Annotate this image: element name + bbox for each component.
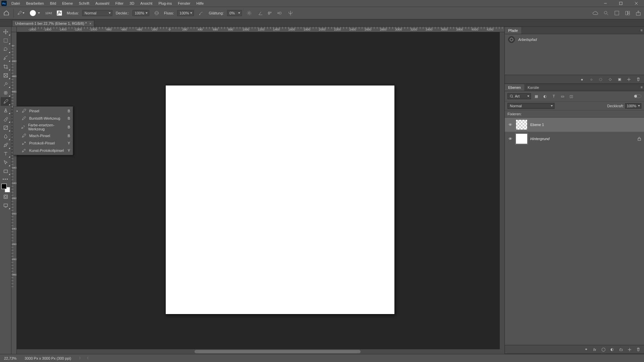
rectangle-tool[interactable] (1, 167, 11, 176)
smoothing-field[interactable]: 0% (227, 10, 242, 16)
menu-filter[interactable]: Filter (113, 1, 126, 6)
layer-name[interactable]: Hintergrund (530, 137, 549, 141)
crop-tool[interactable] (1, 62, 11, 71)
panel-menu-icon[interactable]: ≡ (641, 85, 643, 89)
frame-tool[interactable] (1, 71, 11, 80)
add-mask-icon[interactable]: ▣ (617, 77, 622, 82)
blend-mode-dropdown[interactable]: Normal (82, 10, 112, 16)
brush-preset-picker[interactable] (28, 10, 42, 16)
menu-schrift[interactable]: Schrift (76, 1, 92, 6)
brush-tool[interactable] (1, 97, 11, 106)
vertical-ruler[interactable]: 0200400600800100012001400160018002000220… (11, 32, 17, 354)
window-maximize-button[interactable] (613, 0, 629, 7)
layer-row[interactable]: 👁 Hintergrund (505, 132, 644, 146)
add-mask-icon[interactable]: ◯ (601, 347, 606, 352)
search-icon[interactable] (603, 10, 609, 16)
document-info[interactable]: 3000 Px x 3000 Px (300 ppi) (24, 356, 71, 360)
delete-path-icon[interactable] (636, 77, 641, 82)
layer-blend-mode-dropdown[interactable]: Normal (507, 103, 554, 109)
window-close-button[interactable] (629, 0, 644, 7)
menu-hilfe[interactable]: Hilfe (194, 1, 206, 6)
path-item[interactable]: Arbeitspfad (505, 34, 644, 45)
flyout-item-kunstprotokoll[interactable]: Kunst-Protokollpinsel Y (13, 147, 73, 154)
layer-row[interactable]: 👁 Ebene 1 (505, 118, 644, 132)
pen-tool[interactable] (1, 141, 11, 149)
paths-tab[interactable]: Pfade (505, 27, 521, 34)
new-layer-icon[interactable] (627, 347, 632, 352)
new-path-icon[interactable] (627, 77, 631, 82)
close-tab-icon[interactable]: × (89, 22, 91, 25)
cloud-docs-icon[interactable] (592, 10, 598, 16)
filter-smartobject-icon[interactable]: ◫ (569, 94, 574, 99)
color-swatches[interactable] (1, 184, 10, 192)
quick-selection-tool[interactable] (1, 54, 11, 62)
flyout-item-buntstift[interactable]: Buntstift-Werkzeug B (13, 115, 73, 122)
link-layers-icon[interactable]: ⚭ (584, 347, 588, 352)
layer-kind-filter[interactable]: Art (507, 93, 531, 99)
window-minimize-button[interactable] (598, 0, 613, 7)
filter-type-icon[interactable]: T (551, 94, 556, 99)
home-icon[interactable] (3, 9, 10, 17)
filter-shape-icon[interactable]: ▭ (560, 94, 565, 99)
screen-mode-tool[interactable] (1, 201, 11, 210)
flyout-item-pinsel[interactable]: • Pinsel B (13, 107, 73, 115)
horizontal-scrollbar[interactable] (17, 349, 504, 354)
filter-adjustment-icon[interactable]: ◐ (542, 94, 548, 99)
layer-name[interactable]: Ebene 1 (530, 123, 544, 127)
edit-toolbar-icon[interactable]: ••• (3, 176, 9, 182)
stroke-path-icon[interactable]: ○ (589, 77, 594, 82)
layers-tab[interactable]: Ebenen (505, 84, 524, 91)
eyedropper-tool[interactable] (1, 80, 11, 88)
fill-path-icon[interactable]: ● (580, 77, 584, 82)
selection-to-path-icon[interactable]: ◇ (608, 77, 612, 82)
doc-info-prev-icon[interactable]: 〈 (86, 356, 89, 360)
airbrush-icon[interactable] (197, 9, 205, 17)
ruler-origin[interactable] (11, 27, 17, 32)
channels-tab[interactable]: Kanäle (524, 84, 542, 91)
layer-thumbnail[interactable] (516, 133, 528, 144)
canvas[interactable] (166, 85, 394, 314)
flyout-item-farbe-ersetzen[interactable]: Farbe-ersetzen-Werkzeug B (13, 122, 73, 132)
zoom-level[interactable]: 22,73% (4, 356, 16, 360)
workspace-switcher-icon[interactable] (625, 10, 631, 16)
smoothing-options-icon[interactable] (245, 9, 253, 17)
document-tab[interactable]: Unbenannt-1 bei 22,7% (Ebene 1, RGB/8) *… (12, 20, 94, 26)
path-to-selection-icon[interactable]: ◌ (598, 77, 603, 82)
flow-field[interactable]: 100% (177, 10, 194, 16)
layer-lock-icon[interactable] (637, 137, 641, 141)
menu-plugins[interactable]: Plug-ins (156, 1, 174, 6)
path-selection-tool[interactable] (1, 158, 11, 167)
quick-mask-tool[interactable] (1, 192, 11, 201)
menu-bearbeiten[interactable]: Bearbeiten (23, 1, 47, 6)
menu-fenster[interactable]: Fenster (175, 1, 193, 6)
blur-tool[interactable] (1, 132, 11, 141)
symmetry-icon[interactable] (286, 9, 294, 17)
filter-toggle-switch[interactable] (634, 95, 641, 98)
healing-brush-tool[interactable] (1, 88, 11, 97)
angle-icon[interactable] (257, 9, 265, 17)
new-adjustment-layer-icon[interactable]: ◐ (610, 347, 614, 352)
move-tool[interactable] (1, 27, 11, 36)
foreground-color-swatch[interactable] (1, 184, 7, 189)
type-tool[interactable] (1, 149, 11, 158)
pressure-size-icon[interactable] (275, 9, 283, 17)
menu-bild[interactable]: Bild (47, 1, 59, 6)
brush-panel-toggle-icon[interactable] (55, 9, 63, 17)
scrollbar-thumb[interactable] (195, 350, 361, 353)
lasso-tool[interactable] (1, 45, 11, 54)
share-icon[interactable] (635, 10, 641, 16)
flyout-item-protokollpinsel[interactable]: Protokoll-Pinsel Y (13, 139, 73, 147)
angle-value[interactable]: 0° (268, 11, 272, 15)
clone-stamp-tool[interactable] (1, 106, 11, 115)
layer-thumbnail[interactable] (516, 119, 528, 130)
visibility-toggle-icon[interactable]: 👁 (507, 137, 513, 141)
visibility-toggle-icon[interactable]: 👁 (507, 123, 513, 127)
layer-fx-icon[interactable]: fx (592, 347, 597, 352)
marquee-tool[interactable] (1, 36, 11, 45)
arrange-documents-icon[interactable] (614, 10, 620, 16)
layer-opacity-field[interactable]: 100% (625, 103, 641, 109)
pressure-opacity-icon[interactable] (153, 9, 161, 17)
gradient-tool[interactable] (1, 123, 11, 132)
menu-ebene[interactable]: Ebene (59, 1, 75, 6)
delete-layer-icon[interactable] (636, 347, 641, 352)
